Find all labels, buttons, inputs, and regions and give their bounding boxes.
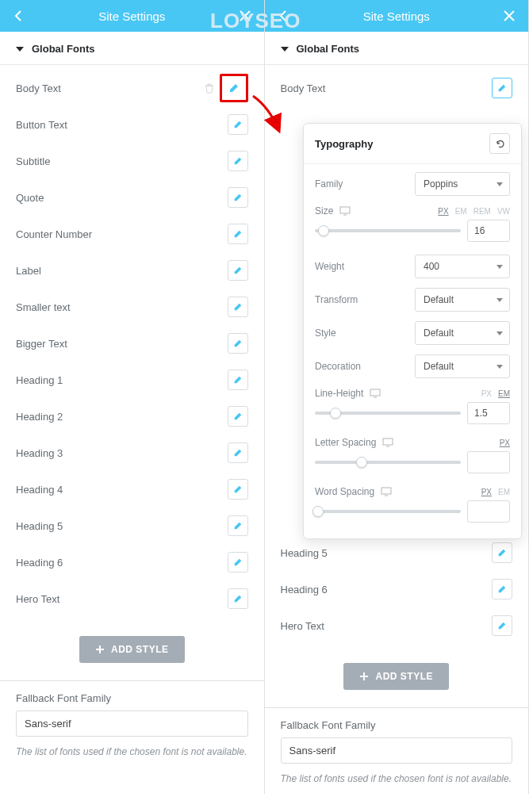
font-row: Smaller text <box>16 289 248 325</box>
settings-panel-right: Site Settings Global Fonts Body Text Hea… <box>265 0 530 794</box>
edit-typography-button[interactable] <box>228 370 248 390</box>
svg-rect-2 <box>383 439 393 445</box>
edit-typography-button[interactable] <box>492 579 512 599</box>
font-label: Quote <box>16 192 44 204</box>
weight-select[interactable]: 400 <box>415 255 510 278</box>
fallback-help-text: The list of fonts used if the chosen fon… <box>16 745 248 759</box>
desktop-icon[interactable] <box>339 206 351 216</box>
svg-rect-0 <box>340 207 350 213</box>
unit-em[interactable]: EM <box>498 488 510 496</box>
edit-typography-button[interactable] <box>228 114 248 135</box>
reset-button[interactable] <box>489 133 510 154</box>
caret-down-icon <box>281 46 289 52</box>
unit-px[interactable]: PX <box>481 488 492 496</box>
edit-typography-button[interactable] <box>228 151 248 171</box>
edit-typography-button[interactable] <box>228 224 248 244</box>
font-label: Heading 5 <box>281 547 328 559</box>
font-row: Hero Text <box>281 607 513 644</box>
font-row: Hero Text <box>16 580 248 617</box>
font-row: Subtitle <box>16 143 248 179</box>
wordspacing-input[interactable] <box>467 500 510 523</box>
fallback-input[interactable] <box>281 737 513 764</box>
font-row: Heading 1 <box>16 362 248 398</box>
letterspacing-units: PX <box>500 439 510 447</box>
section-header[interactable]: Global Fonts <box>265 32 529 65</box>
decoration-value: Default <box>424 361 454 372</box>
fallback-input[interactable] <box>16 710 248 737</box>
size-input[interactable] <box>467 220 510 242</box>
edit-typography-button[interactable] <box>492 542 512 563</box>
font-row: Heading 6 <box>16 544 248 580</box>
unit-px[interactable]: PX <box>481 389 492 398</box>
decoration-label: Decoration <box>315 361 361 372</box>
letterspacing-input[interactable] <box>467 451 510 473</box>
back-icon[interactable] <box>274 6 293 25</box>
letterspacing-slider[interactable] <box>315 461 461 464</box>
add-style-button[interactable]: ADD STYLE <box>343 663 449 690</box>
edit-typography-button[interactable] <box>220 74 248 102</box>
desktop-icon[interactable] <box>370 389 381 398</box>
undo-icon <box>494 138 505 149</box>
font-label: Smaller text <box>16 301 71 313</box>
font-row: Button Text <box>16 106 248 143</box>
font-row: Body Text <box>16 70 248 106</box>
caret-down-icon <box>496 361 503 372</box>
font-row: Heading 5 <box>281 534 513 571</box>
size-slider[interactable] <box>315 229 461 232</box>
edit-typography-button[interactable] <box>492 615 512 636</box>
section-header[interactable]: Global Fonts <box>0 32 264 65</box>
font-label: Button Text <box>16 119 67 131</box>
lineheight-slider[interactable] <box>315 412 461 415</box>
transform-select[interactable]: Default <box>415 288 510 312</box>
unit-em[interactable]: EM <box>455 207 467 216</box>
edit-typography-button[interactable] <box>228 588 248 609</box>
section-title: Global Fonts <box>32 43 94 55</box>
style-label: Style <box>315 327 336 339</box>
edit-typography-button[interactable] <box>228 187 248 208</box>
edit-typography-button[interactable] <box>228 260 248 281</box>
lineheight-input[interactable] <box>467 402 510 424</box>
font-row: Heading 5 <box>16 508 248 544</box>
unit-px[interactable]: PX <box>500 439 510 447</box>
font-row: Quote <box>16 179 248 216</box>
transform-label: Transform <box>315 294 358 305</box>
caret-down-icon <box>496 327 503 339</box>
section-title: Global Fonts <box>297 43 359 55</box>
family-value: Poppins <box>424 178 458 190</box>
edit-typography-button[interactable] <box>228 515 248 536</box>
family-select[interactable]: Poppins <box>415 172 510 196</box>
caret-down-icon <box>496 261 503 272</box>
font-label: Heading 5 <box>16 520 63 532</box>
svg-rect-3 <box>381 488 391 494</box>
close-icon[interactable] <box>236 6 255 25</box>
wordspacing-units: PX EM <box>481 488 510 496</box>
edit-typography-button[interactable] <box>228 479 248 500</box>
font-row: Heading 3 <box>16 435 248 471</box>
trash-icon[interactable] <box>204 82 215 94</box>
style-select[interactable]: Default <box>415 321 510 345</box>
unit-px[interactable]: PX <box>438 207 448 216</box>
edit-typography-button[interactable] <box>492 78 512 98</box>
edit-typography-button[interactable] <box>228 297 248 317</box>
unit-vw[interactable]: VW <box>497 207 510 216</box>
edit-typography-button[interactable] <box>228 333 248 354</box>
header: Site Settings <box>265 0 529 32</box>
font-label: Body Text <box>16 82 61 94</box>
fallback-section: Fallback Font Family The list of fonts u… <box>0 680 264 767</box>
plus-icon <box>95 645 105 654</box>
lineheight-label: Line-Height <box>315 388 381 399</box>
wordspacing-slider[interactable] <box>315 510 461 513</box>
add-style-button[interactable]: ADD STYLE <box>79 636 185 663</box>
font-row: Counter Number <box>16 216 248 252</box>
desktop-icon[interactable] <box>382 438 393 447</box>
font-label: Heading 6 <box>281 584 328 596</box>
unit-em[interactable]: EM <box>498 389 510 398</box>
unit-rem[interactable]: REM <box>473 207 491 216</box>
edit-typography-button[interactable] <box>228 442 248 463</box>
close-icon[interactable] <box>500 6 519 25</box>
decoration-select[interactable]: Default <box>415 354 510 378</box>
back-icon[interactable] <box>10 6 29 25</box>
desktop-icon[interactable] <box>381 487 392 496</box>
edit-typography-button[interactable] <box>228 552 248 573</box>
edit-typography-button[interactable] <box>228 406 248 427</box>
